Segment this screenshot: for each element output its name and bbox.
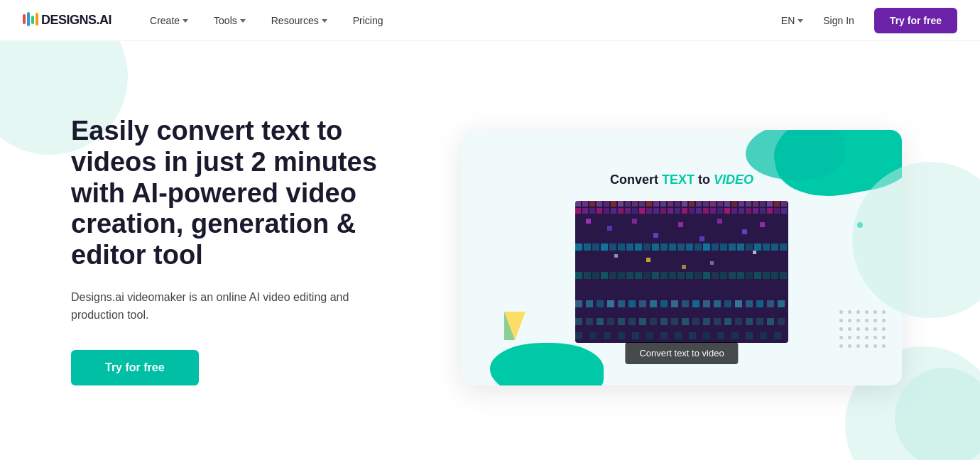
nav-links: Create Tools Resources Pricing [140, 9, 781, 32]
right-decorations [824, 119, 980, 382]
sign-in-button[interactable]: Sign In [815, 9, 863, 32]
right-circle-small [895, 368, 980, 460]
chevron-down-icon [797, 19, 803, 23]
chevron-down-icon [183, 19, 188, 23]
convert-label: Convert TEXT to VIDEO [610, 172, 753, 187]
right-circle-large [852, 162, 980, 318]
logo-icon [23, 14, 38, 26]
nav-create[interactable]: Create [140, 9, 198, 32]
language-selector[interactable]: EN [781, 15, 803, 26]
chevron-down-icon [322, 19, 327, 23]
blob-decoration-bottom [490, 343, 604, 385]
hero-content: Easily convert text to videos in just 2 … [71, 116, 412, 385]
convert-badge: Convert text to video [625, 342, 738, 364]
nav-resources[interactable]: Resources [261, 9, 337, 32]
try-free-hero-button[interactable]: Try for free [71, 350, 199, 385]
logo-text: DESIGNS.AI [41, 13, 111, 28]
logo[interactable]: DESIGNS.AI [23, 13, 111, 28]
nav-pricing[interactable]: Pricing [343, 9, 393, 32]
pixel-preview [575, 201, 788, 343]
hero-title: Easily convert text to videos in just 2 … [71, 116, 412, 270]
chevron-down-icon [240, 19, 246, 23]
hero-image-area: Convert TEXT to VIDEO + [412, 41, 980, 460]
nav-tools[interactable]: Tools [204, 9, 256, 32]
pennant-decoration [504, 312, 526, 343]
nav-right: EN Sign In Try for free [781, 8, 957, 33]
try-free-nav-button[interactable]: Try for free [874, 8, 957, 33]
svg-rect-180 [575, 201, 788, 343]
navbar: DESIGNS.AI Create Tools Resources Pricin… [0, 0, 980, 41]
hero-description: Designs.ai videomaker is an online AI vi… [71, 288, 355, 324]
hero-section: Easily convert text to videos in just 2 … [0, 41, 980, 460]
